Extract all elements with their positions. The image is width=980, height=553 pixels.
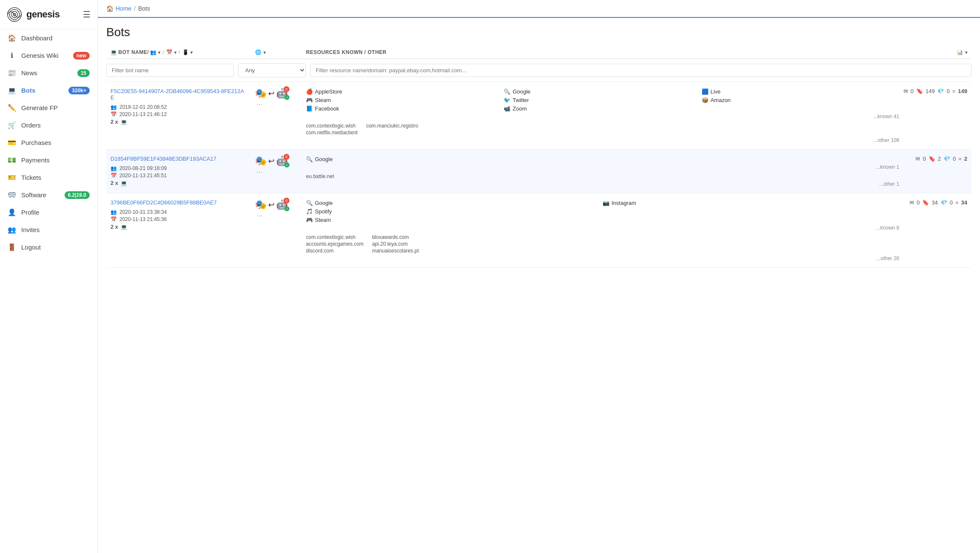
diamond-count: 0 xyxy=(950,199,953,206)
breadcrumb-home-label: Home xyxy=(116,5,131,12)
sidebar-item-invites[interactable]: 👥Invites xyxy=(0,221,97,238)
diamond-count: 0 xyxy=(953,156,956,162)
device-icon: 💻 xyxy=(121,224,127,230)
bot-count-col: ✉0 🔖2 💎0 = 2 xyxy=(904,156,972,187)
spotify-logo: 🎵 xyxy=(306,208,313,215)
device-icon: 💻 xyxy=(121,180,127,186)
sidebar-item-dashboard[interactable]: 🏠Dashboard xyxy=(0,29,97,47)
resource-item: 🐦Twitter xyxy=(504,96,697,103)
filter-any-select[interactable]: Any xyxy=(238,63,306,77)
sidebar-item-bots[interactable]: 💻Bots320k+ xyxy=(0,82,97,99)
sidebar-item-label-orders: Orders xyxy=(21,122,41,129)
bot-status-icon[interactable]: 🤖0✓ xyxy=(276,199,288,210)
email-icon: ✉ xyxy=(909,199,914,206)
bot-meta: 👥2019-12-01 20:08:52📅2020-11-13 21:46:12… xyxy=(110,104,246,125)
total-count: 34 xyxy=(961,199,967,206)
bot-name-col: 3796BE0F66FD2C4D66029B5F88BE0AE7👥2020-10… xyxy=(106,199,251,261)
sidebar-item-software[interactable]: 🥽Software6.2|19.0 xyxy=(0,186,97,204)
email-count: 0 xyxy=(917,199,920,206)
replay-icon: ↩ xyxy=(268,89,275,98)
sidebar-item-label-payments: Payments xyxy=(21,156,50,164)
col-resources-header: RESOURCES KNOWN / OTHER xyxy=(302,49,904,55)
diamond-icon: 💎 xyxy=(943,156,950,162)
bot-action-icons: 🎭↩🤖0✓··· xyxy=(255,88,297,108)
facebook-logo: 📘 xyxy=(306,105,313,112)
sidebar-item-generate-fp[interactable]: ✏️Generate FP xyxy=(0,99,97,116)
bot-devices: 2 x xyxy=(110,224,118,230)
bot-date2-row: 📅2020-11-13 21:46:12 xyxy=(110,111,246,117)
bot-date1: 2020-08-21 09:18:09 xyxy=(119,165,167,171)
resource-name: Zoom xyxy=(513,105,527,112)
bot-more-button[interactable]: ··· xyxy=(255,212,264,220)
device-icon: 📱 xyxy=(182,49,189,55)
count-line: ✉0 🔖2 💎0 = 2 xyxy=(908,156,967,162)
google-logo: 🔍 xyxy=(306,156,313,162)
bot-id-link[interactable]: D1854F8BF59E1F43848E3DBF193ACA17 xyxy=(110,156,246,162)
sidebar-item-tickets[interactable]: 🎫Tickets xyxy=(0,169,97,186)
resource-col: 📷Instagram xyxy=(603,199,899,223)
bot-devices: 2 x xyxy=(110,180,118,186)
sidebar-item-label-bots: Bots xyxy=(21,87,35,94)
resource-name: Google xyxy=(315,156,333,162)
bot-domains: com.contextlogic.wishaccounts.epicgames.… xyxy=(306,233,899,254)
sidebar-item-genesis-wiki[interactable]: ℹGenesis Wikinew xyxy=(0,47,97,64)
replay-icon: ↩ xyxy=(268,156,275,166)
resource-name: Steam xyxy=(315,217,331,223)
hamburger-icon[interactable]: ☰ xyxy=(83,9,91,20)
resource-col: 🔍Google xyxy=(306,156,899,162)
sidebar-item-news[interactable]: 📰News15 xyxy=(0,64,97,82)
genesis-wiki-icon: ℹ xyxy=(8,51,16,60)
dashboard-icon: 🏠 xyxy=(8,34,16,42)
resource-item: 🔍Google xyxy=(306,199,598,206)
filter-resource-input[interactable] xyxy=(310,64,972,77)
total-count: 2 xyxy=(964,156,967,162)
bot-id-link[interactable]: 3796BE0F66FD2C4D66029B5F88BE0AE7 xyxy=(110,199,246,206)
domain-item: com.netflix.mediaclient xyxy=(306,130,357,136)
breadcrumb-home-link[interactable]: 🏠 Home xyxy=(106,5,131,12)
sidebar-item-orders[interactable]: 🛒Orders xyxy=(0,116,97,134)
known-other-label: ...known 41 xyxy=(306,113,899,119)
sidebar-item-logout[interactable]: 🚪Logout xyxy=(0,238,97,256)
bookmark-icon: 🔖 xyxy=(916,88,923,94)
bot-resources-col: 🔍Google...known 1eu.battle.net...other 1 xyxy=(302,156,904,187)
tickets-icon: 🎫 xyxy=(8,173,16,181)
main-content: 🏠 Home / Bots Bots 💻 BOT NAME/ 👥 ▾ / 📅 ▾… xyxy=(98,0,980,553)
resource-name: Google xyxy=(315,200,333,206)
people-icon: 👥 xyxy=(110,104,117,110)
bot-more-button[interactable]: ··· xyxy=(255,101,264,108)
calendar-icon: 📅 xyxy=(166,49,173,55)
domain-item: manuaisescolares.pt xyxy=(372,248,419,254)
sidebar-item-profile[interactable]: 👤Profile xyxy=(0,204,97,221)
bot-status-icon[interactable]: 🤖0✓ xyxy=(276,156,288,167)
bot-count-col: ✉0 🔖34 💎0 = 34 xyxy=(904,199,972,261)
sidebar-item-payments[interactable]: 💵Payments xyxy=(0,151,97,169)
resource-item: 🎮Steam xyxy=(306,96,499,103)
amazon-logo: 📦 xyxy=(702,96,708,103)
bot-more-button[interactable]: ··· xyxy=(255,168,264,176)
sidebar-item-label-invites: Invites xyxy=(21,226,40,233)
filter-botname-input[interactable] xyxy=(106,64,234,77)
email-count: 0 xyxy=(911,88,914,94)
bot-date1: 2019-12-01 20:08:52 xyxy=(119,104,167,110)
mask-icon: 🎭 xyxy=(255,156,266,167)
bot-status-icon[interactable]: 🤖0✓ xyxy=(276,88,288,99)
sidebar-item-label-generate-fp: Generate FP xyxy=(21,104,58,111)
proxy-icon: 🌐 xyxy=(255,49,262,55)
people-icon: 👥 xyxy=(110,209,117,215)
other-count-label: ...other 108 xyxy=(306,137,899,143)
bot-devices-row: 2 x 💻 xyxy=(110,119,246,125)
sidebar-item-purchases[interactable]: 💳Purchases xyxy=(0,134,97,151)
bot-devices-row: 2 x 💻 xyxy=(110,224,246,230)
domain-item: com.manciukic.registro xyxy=(366,123,418,129)
bot-icons-col: 🎭↩🤖0✓··· xyxy=(251,156,302,187)
zoom-logo: 📹 xyxy=(504,105,510,112)
email-icon: ✉ xyxy=(904,88,908,94)
resource-col: 🍎AppleStore🎮Steam📘Facebook xyxy=(306,88,504,112)
purchases-icon: 💳 xyxy=(8,139,16,147)
calendar-icon: 📅 xyxy=(110,173,117,179)
bot-id-link[interactable]: F5C20E55-9414907A-2DB46096-4C959543-8FE2… xyxy=(110,88,246,101)
bookmark-icon: 🔖 xyxy=(922,199,929,206)
resources-label: RESOURCES KNOWN / OTHER xyxy=(306,49,387,55)
bots-icon: 💻 xyxy=(8,86,16,94)
resource-col: 🔍Google🐦Twitter📹Zoom xyxy=(504,88,701,112)
